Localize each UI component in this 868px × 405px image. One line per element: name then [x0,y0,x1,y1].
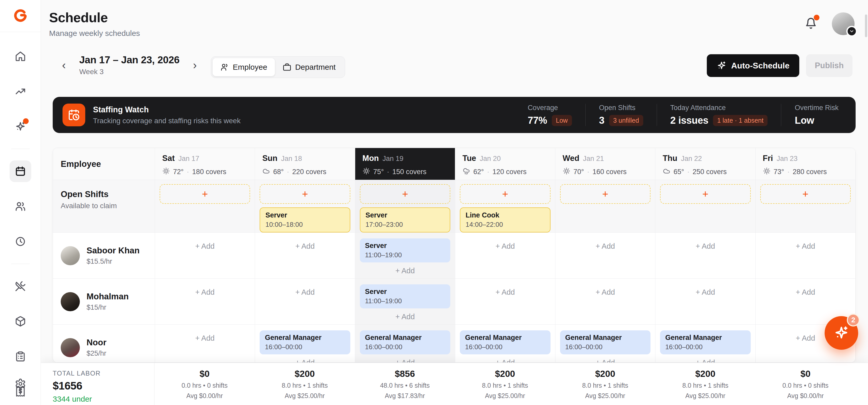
shift-card[interactable]: General Manager 16:00–00:00 [660,330,750,354]
day-column-header[interactable]: Thu Jan 22 65° · 250 covers [655,148,755,180]
avatar [61,338,80,357]
day-total: $200 8.0 hrs • 1 shifts Avg $25.00/hr [255,363,355,405]
add-shift-button[interactable]: + Add [660,359,750,363]
schedule-cell: General Manager 16:00–00:00 + Add [455,325,555,363]
shift-card[interactable]: Server 11:00–19:00 [360,284,450,308]
day-total: $200 8.0 hrs • 1 shifts Avg $25.00/hr [455,363,555,405]
add-open-shift-button[interactable]: + [360,184,450,204]
day-total-avg: Avg $25.00/hr [555,392,655,400]
add-shift-button[interactable]: + Add [760,242,851,251]
add-shift-button[interactable]: + Add [259,359,350,363]
add-shift-button[interactable]: + Add [360,267,450,275]
user-menu[interactable] [832,12,855,35]
auto-schedule-label: Auto-Schedule [731,61,789,70]
day-column-header[interactable]: Tue Jan 20 62° · 120 covers [455,148,555,180]
shift-role: Server [365,242,445,250]
sidebar-item-schedule[interactable] [9,160,31,182]
toggle-department[interactable]: Department [275,58,343,76]
day-name: Thu [663,154,677,163]
stat-value: 3 [599,115,604,126]
schedule-cell: + Add [555,233,655,278]
day-name: Wed [563,154,580,163]
schedule-cell: General Manager 16:00–00:00 + Add [555,325,655,363]
stat-chip: 3 unfilled [609,115,643,126]
sidebar-item-settings[interactable] [9,373,31,395]
day-column-header[interactable]: Wed Jan 21 70° · 160 covers [555,148,655,180]
next-week-button[interactable]: › [191,57,199,73]
weather-icon [363,167,370,177]
toggle-employee[interactable]: Employee [213,58,275,76]
home-icon [15,51,26,62]
add-shift-button[interactable]: + Add [660,242,750,251]
day-total-hours: 8.0 hrs • 1 shifts [655,382,755,389]
auto-schedule-button[interactable]: Auto-Schedule [707,54,799,77]
publish-button[interactable]: Publish [806,54,852,77]
sun-icon [363,167,370,175]
shift-card[interactable]: General Manager 16:00–00:00 [259,330,350,354]
shift-role: General Manager [365,334,445,342]
employee-rate: $15/hr [87,304,129,311]
add-shift-button[interactable]: + Add [259,288,350,297]
scrollbar[interactable] [865,14,867,37]
add-shift-button[interactable]: + Add [160,242,250,251]
day-total-avg: Avg $25.00/hr [655,392,755,400]
schedule-cell: + Add [455,233,555,278]
add-shift-button[interactable]: + Add [460,288,550,297]
add-open-shift-button[interactable]: + [160,184,250,204]
shift-card[interactable]: Server 11:00–19:00 [360,239,450,262]
sidebar-item-team[interactable] [9,195,31,217]
add-shift-button[interactable]: + Add [560,359,650,363]
add-open-shift-button[interactable]: + [660,184,750,204]
day-column-header[interactable]: Mon Jan 19 75° · 150 covers [355,148,455,180]
sidebar-item-home[interactable] [9,45,31,67]
add-open-shift-button[interactable]: + [560,184,650,204]
add-shift-button[interactable]: + Add [560,242,650,251]
add-shift-button[interactable]: + Add [160,288,250,297]
notifications-button[interactable] [804,17,817,31]
add-shift-button[interactable]: + Add [160,334,250,342]
briefcase-icon [283,63,291,71]
add-shift-button[interactable]: + Add [560,288,650,297]
day-date: Jan 23 [777,155,798,163]
fab-badge: 2 [847,314,860,326]
ai-assistant-fab[interactable]: 2 [825,316,858,350]
add-shift-button[interactable]: + Add [760,288,851,297]
view-toggle: Employee Department [211,56,345,78]
shift-card[interactable]: General Manager 16:00–00:00 [460,330,550,354]
day-column-header[interactable]: Sun Jan 18 68° · 220 covers [255,148,355,180]
day-column-header[interactable]: Fri Jan 23 73° · 280 covers [755,148,855,180]
add-shift-button[interactable]: + Add [460,359,550,363]
add-shift-button[interactable]: + Add [460,242,550,251]
schedule-cell: General Manager 16:00–00:00 + Add [655,325,755,363]
sidebar-item-time[interactable] [9,231,31,252]
app-logo[interactable] [0,0,40,32]
day-total: $0 0.0 hrs • 0 shifts Avg $0.00/hr [154,363,255,405]
open-shift-card[interactable]: Server 10:00–18:00 [259,208,350,232]
add-shift-button[interactable]: + Add [360,359,450,363]
add-open-shift-button[interactable]: + [259,184,350,204]
shift-card[interactable]: General Manager 16:00–00:00 [560,330,650,354]
add-shift-button[interactable]: + Add [660,288,750,297]
add-open-shift-button[interactable]: + [760,184,851,204]
sidebar-item-ai[interactable] [9,116,31,137]
sidebar-item-analytics[interactable] [9,81,31,102]
open-shift-cell: + Line Cook 14:00–22:00 [455,180,555,232]
add-shift-button[interactable]: + Add [360,313,450,321]
add-open-shift-button[interactable]: + [460,184,550,204]
prev-week-button[interactable]: ‹ [60,57,68,73]
sidebar-item-inventory[interactable] [9,310,31,332]
covers-count: 180 covers [192,168,226,176]
open-shift-card[interactable]: Line Cook 14:00–22:00 [460,208,550,232]
shift-role: Server [366,211,444,219]
stat-label: Overtime Risk [795,104,839,112]
schedule-cell: Server 11:00–19:00 + Add [355,279,455,324]
shift-time: 10:00–18:00 [265,221,344,228]
temperature: 68° [273,168,284,176]
add-shift-button[interactable]: + Add [259,242,350,251]
open-shift-card[interactable]: Server 17:00–23:00 [360,208,450,232]
shift-card[interactable]: General Manager 16:00–00:00 [360,330,450,354]
employee-name: Noor [87,338,106,347]
sidebar-item-tasks[interactable] [9,346,31,367]
day-column-header[interactable]: Sat Jan 17 72° · 180 covers [155,148,255,180]
sidebar-item-menu[interactable] [9,275,31,297]
